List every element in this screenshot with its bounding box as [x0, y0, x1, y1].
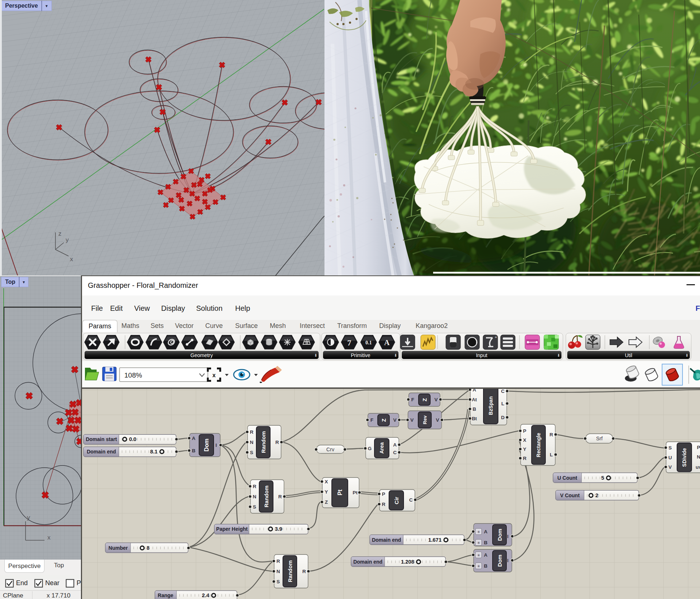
svg-text:x: x — [47, 534, 51, 541]
svg-text:I: I — [507, 558, 509, 563]
svg-text:F: F — [411, 397, 414, 402]
svg-text:Pt: Pt — [353, 490, 358, 495]
svg-text:N: N — [276, 569, 280, 574]
svg-text:R: R — [276, 559, 280, 564]
svg-text:U: U — [668, 455, 672, 460]
svg-text:N: N — [697, 454, 700, 460]
svg-text:R: R — [382, 502, 385, 507]
svg-text:Bt: Bt — [472, 416, 477, 421]
svg-text:At: At — [472, 397, 477, 402]
svg-text:P: P — [382, 491, 385, 497]
svg-text:A: A — [484, 552, 487, 558]
svg-text:Cir: Cir — [393, 496, 400, 504]
svg-text:A: A — [472, 389, 476, 393]
svg-text:1.671: 1.671 — [428, 537, 442, 543]
svg-text:✳: ✳ — [477, 553, 480, 557]
svg-text:⬇: ⬇ — [314, 353, 317, 358]
svg-text:C: C — [393, 450, 397, 455]
svg-text:A: A — [484, 529, 487, 534]
svg-text:I: I — [507, 534, 509, 539]
svg-text:Random: Random — [260, 431, 267, 453]
svg-text:Range: Range — [158, 592, 174, 598]
svg-text:Dom: Dom — [497, 554, 503, 567]
svg-text:x: x — [70, 256, 73, 263]
svg-text:Z: Z — [325, 499, 328, 505]
svg-text:R: R — [523, 456, 526, 461]
svg-text:⬇: ⬇ — [685, 353, 688, 358]
svg-text:V: V — [393, 417, 396, 423]
svg-text:X: X — [523, 437, 526, 443]
svg-text:R: R — [253, 484, 256, 489]
svg-text:S: S — [253, 504, 256, 510]
svg-text:SDivide: SDivide — [681, 448, 687, 467]
svg-text:A: A — [384, 338, 390, 347]
svg-text:⬇: ⬇ — [557, 353, 560, 358]
svg-text:z: z — [58, 230, 62, 237]
svg-text:R: R — [275, 440, 279, 445]
svg-text:Random: Random — [263, 486, 269, 507]
svg-text:B: B — [192, 448, 195, 453]
svg-text:Crv: Crv — [326, 447, 334, 452]
svg-text:R: R — [250, 429, 253, 435]
svg-text:Area: Area — [379, 442, 385, 453]
svg-text:⬇: ⬇ — [394, 353, 397, 358]
svg-text:R: R — [278, 494, 282, 499]
svg-text:5: 5 — [601, 475, 604, 481]
svg-text:R: R — [549, 432, 553, 437]
svg-text:Rectangle: Rectangle — [536, 433, 541, 457]
svg-text:U Count: U Count — [557, 475, 578, 481]
svg-text:A: A — [393, 442, 397, 448]
svg-text:N: N — [250, 440, 253, 445]
svg-text:S: S — [250, 450, 253, 455]
svg-text:+: + — [495, 335, 497, 339]
svg-text:Paper Height: Paper Height — [216, 526, 248, 532]
svg-text:Srf: Srf — [596, 436, 603, 441]
svg-text:V: V — [668, 464, 672, 470]
svg-text:D: D — [501, 415, 505, 420]
svg-text:Domain start: Domain start — [86, 436, 117, 442]
svg-text:P: P — [697, 445, 700, 450]
svg-text:y: y — [27, 514, 30, 521]
svg-text:x: x — [213, 372, 216, 378]
svg-text:108%: 108% — [124, 371, 142, 379]
svg-text:y: y — [66, 236, 69, 243]
svg-text:N: N — [253, 494, 256, 499]
svg-text:Z: Z — [381, 418, 387, 422]
svg-text:V Count: V Count — [560, 492, 580, 498]
svg-text:B: B — [484, 540, 487, 545]
svg-text:0.0: 0.0 — [129, 436, 136, 442]
svg-text:A: A — [192, 436, 195, 441]
svg-text:V: V — [436, 417, 439, 423]
svg-text:F: F — [370, 417, 373, 423]
svg-text:BzSpan: BzSpan — [488, 396, 494, 415]
svg-text:Random: Random — [287, 560, 293, 582]
svg-text:8.1: 8.1 — [150, 449, 158, 455]
svg-text:✳: ✳ — [477, 530, 480, 534]
svg-text:Input: Input — [476, 352, 487, 358]
svg-text:C: C — [501, 389, 505, 394]
svg-text:8: 8 — [147, 545, 149, 551]
svg-text:1.208: 1.208 — [401, 559, 414, 565]
svg-text:Number: Number — [109, 545, 128, 551]
svg-text:L: L — [501, 401, 504, 406]
svg-text:B: B — [484, 563, 487, 569]
svg-text:✳: ✳ — [477, 564, 480, 568]
svg-text:L: L — [550, 452, 553, 457]
svg-text:Geometry: Geometry — [190, 352, 213, 358]
svg-text:0.1: 0.1 — [365, 340, 372, 345]
svg-text:X: X — [324, 479, 328, 484]
svg-text:Domain end: Domain end — [87, 449, 116, 455]
svg-text:uv: uv — [696, 464, 700, 470]
svg-text:Z: Z — [421, 398, 428, 401]
svg-text:Domain end: Domain end — [372, 537, 401, 543]
svg-text:V: V — [410, 417, 413, 423]
svg-text:2.4: 2.4 — [202, 592, 209, 598]
svg-text:2: 2 — [595, 492, 598, 498]
svg-text:V: V — [434, 397, 438, 402]
svg-text:Y: Y — [523, 447, 526, 452]
svg-text:B: B — [472, 406, 476, 412]
svg-text:Dom: Dom — [497, 529, 503, 541]
svg-text:Pt: Pt — [337, 489, 343, 495]
svg-text:Y: Y — [324, 489, 328, 495]
svg-text:C: C — [409, 497, 413, 503]
